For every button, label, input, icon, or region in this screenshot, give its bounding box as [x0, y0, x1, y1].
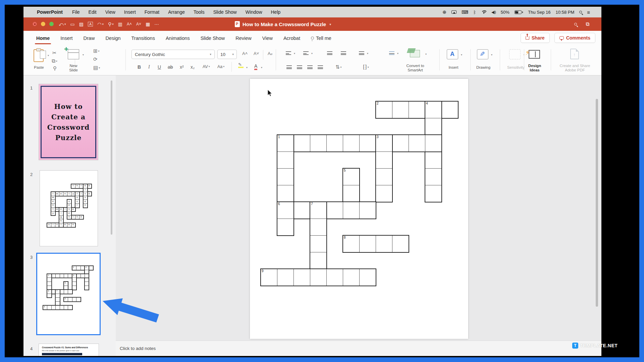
slide-layout-icon[interactable]: ⊞▾	[93, 48, 100, 54]
crossword-cell[interactable]	[72, 297, 76, 302]
crossword-cell[interactable]	[72, 286, 76, 290]
tab-view[interactable]: View	[257, 31, 278, 45]
slide-page[interactable]: 123456789	[250, 79, 468, 339]
section-icon[interactable]: ▤▾	[93, 65, 100, 71]
slide-thumbnail-3-selected[interactable]: 123456789	[36, 253, 101, 335]
crossword-cell[interactable]	[359, 135, 376, 152]
crossword-cell[interactable]	[425, 135, 442, 152]
paste-chevron-icon[interactable]: ▾	[48, 54, 49, 57]
align-center-icon[interactable]	[297, 65, 302, 69]
design-ideas-icon[interactable]	[529, 50, 540, 59]
align-left-icon[interactable]	[286, 65, 292, 69]
font-size-select[interactable]: 10 ▾	[217, 50, 237, 59]
align-right-icon[interactable]	[307, 65, 313, 69]
crossword-cell[interactable]	[392, 235, 409, 252]
minimize-window-button[interactable]	[41, 22, 45, 26]
grow-font-icon[interactable]: A˄	[127, 22, 132, 26]
crossword-cell[interactable]	[425, 185, 442, 202]
numbering-icon[interactable]	[303, 51, 309, 55]
convert-smartart-button[interactable]: Convert toSmartArt	[398, 64, 432, 72]
crossword-cell[interactable]	[76, 297, 80, 302]
crossword-cell[interactable]	[89, 266, 93, 270]
cut-icon[interactable]: ✂	[52, 50, 57, 56]
tab-acrobat[interactable]: Acrobat	[278, 31, 306, 45]
crossword-cell[interactable]	[425, 168, 442, 185]
crossword-cell[interactable]	[392, 101, 409, 118]
copy-icon[interactable]: ⧉▾	[52, 58, 57, 64]
crossword-cell[interactable]	[359, 202, 376, 219]
undo-icon[interactable]: ⤺▾	[59, 21, 66, 27]
menu-tools[interactable]: Tools	[194, 9, 205, 15]
format-painter-icon[interactable]: ⚲▾	[108, 21, 114, 27]
crossword-cell[interactable]	[310, 135, 327, 152]
change-case-button[interactable]: Aa▾	[217, 64, 224, 69]
underline-button[interactable]: U	[158, 64, 161, 70]
reset-slide-icon[interactable]: ⟳	[93, 56, 98, 62]
control-center-icon[interactable]: ≡	[587, 9, 590, 15]
crossword-cell[interactable]	[64, 274, 68, 278]
picture-icon[interactable]: ▨	[79, 21, 84, 27]
share-button[interactable]: Share	[521, 33, 550, 43]
character-spacing-button[interactable]: AV▾	[203, 64, 210, 69]
font-color-chevron-icon[interactable]: ▾	[261, 66, 262, 69]
crossword-cell[interactable]	[293, 269, 310, 286]
crossword-cell[interactable]	[80, 266, 85, 270]
tab-design[interactable]: Design	[100, 31, 126, 45]
menu-view[interactable]: View	[105, 9, 115, 15]
battery-icon[interactable]	[515, 10, 523, 14]
crossword-cell[interactable]	[326, 135, 343, 152]
crossword-cell[interactable]	[310, 252, 327, 269]
font-box-icon[interactable]: A	[88, 22, 93, 26]
align-text-icon[interactable]: ⁅⁆▾	[363, 64, 369, 70]
font-color-button[interactable]: A	[254, 63, 257, 70]
crossword-cell[interactable]	[343, 269, 360, 286]
crossword-cell[interactable]	[409, 101, 425, 118]
highlight-color-button[interactable]	[238, 64, 244, 68]
tab-insert[interactable]: Insert	[55, 31, 78, 45]
table-icon[interactable]: ▦	[146, 21, 150, 27]
crossword-cell[interactable]	[80, 274, 85, 278]
new-slide-icon[interactable]	[68, 49, 79, 59]
crossword-cell[interactable]	[85, 286, 89, 290]
crossword-cell[interactable]	[293, 202, 310, 219]
crossword-cell[interactable]	[409, 135, 425, 152]
spotlight-search-icon[interactable]	[579, 11, 582, 13]
crossword-cell[interactable]	[51, 274, 56, 278]
crossword-cell[interactable]	[64, 305, 68, 310]
chart-icon[interactable]: ▥	[118, 21, 122, 27]
input-source-icon[interactable]: ⊕	[442, 9, 446, 15]
crossword-cell[interactable]	[51, 290, 56, 294]
crossword-cell[interactable]	[68, 274, 72, 278]
keyboard-icon[interactable]: ⌨	[462, 9, 468, 15]
crossword-cell[interactable]	[277, 168, 294, 185]
crossword-cell[interactable]	[326, 269, 343, 286]
menu-slide-show[interactable]: Slide Show	[213, 9, 237, 15]
crossword-cell[interactable]	[72, 266, 76, 270]
crossword-cell[interactable]	[343, 202, 360, 219]
clear-formatting-icon[interactable]: A⌀	[268, 51, 272, 56]
crossword-cell[interactable]	[47, 294, 51, 298]
tab-home[interactable]: Home	[31, 31, 55, 45]
textbox-icon[interactable]: ▭	[70, 21, 75, 27]
menu-insert[interactable]: Insert	[124, 9, 136, 15]
drawing-chevron-icon[interactable]: ▾	[491, 53, 492, 56]
slide-thumbnail-1[interactable]: How toCreate aCrosswordPuzzle	[39, 84, 98, 160]
insert-icon[interactable]	[447, 49, 458, 59]
insert-chevron-icon[interactable]: ▾	[461, 53, 462, 56]
crossword-cell[interactable]	[60, 305, 64, 310]
tab-review[interactable]: Review	[230, 31, 257, 45]
comments-button[interactable]: Comments	[554, 33, 595, 43]
tab-animations[interactable]: Animations	[160, 31, 195, 45]
close-window-button[interactable]	[33, 22, 37, 26]
crossword-cell[interactable]	[425, 152, 442, 169]
crossword-cell[interactable]	[392, 135, 409, 152]
slide-canvas[interactable]: 123456789	[116, 75, 601, 341]
notes-pane[interactable]: Click to add notes	[116, 341, 601, 356]
strikethrough-button[interactable]: ab	[168, 64, 173, 70]
crossword-cell[interactable]	[76, 266, 80, 270]
crossword-cell[interactable]	[60, 290, 64, 294]
crossword-cell[interactable]	[277, 219, 294, 236]
insert-button[interactable]: Insert	[443, 65, 464, 70]
title-chevron-icon[interactable]: ▾	[329, 22, 331, 26]
crossword-cell[interactable]	[68, 297, 72, 302]
